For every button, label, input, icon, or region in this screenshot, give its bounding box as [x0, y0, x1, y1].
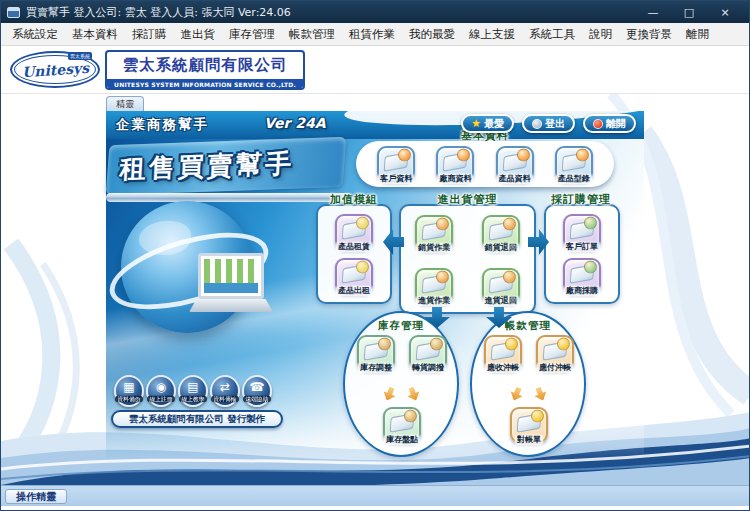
menu-rental-ops[interactable]: 租賃作業 [342, 27, 402, 42]
vendor-data-button[interactable]: 廠商資料 [436, 146, 474, 182]
transfer-arrows-icon: ⇄ [212, 379, 238, 395]
content-area: 精靈 企業商務幫手 Ver 24A ★ 最愛 登出 [1, 94, 750, 485]
window-title: 買賣幫手 登入公司: 雲太 登入人員: 張大同 Ver:24.06 [26, 5, 291, 20]
group-title-account: 帳款管理 [472, 319, 584, 333]
button-label: 庫存調整 [358, 363, 394, 373]
group-title-order: 採訂購管理 [526, 192, 636, 207]
box-icon [543, 344, 567, 359]
exit-button[interactable]: 離開 [583, 114, 636, 133]
online-register-button[interactable]: ◉ 線上註冊 [146, 375, 176, 407]
product-data-button[interactable]: 產品資料 [496, 146, 534, 182]
inventory-adjust-button[interactable]: 庫存調整 [357, 335, 395, 371]
laptop-chart [204, 259, 258, 293]
star-icon: ★ [471, 119, 481, 129]
status-wizard-label: 操作精靈 [5, 489, 67, 504]
orange-arrow-icon [405, 385, 422, 403]
tab-wizard[interactable]: 精靈 [106, 96, 144, 111]
button-label: 轉貨調撥 [410, 363, 446, 373]
remote-assist-button[interactable]: ☎ 遠端協助 [242, 375, 272, 407]
menu-system-tools[interactable]: 系統工具 [522, 27, 582, 42]
exit-icon [593, 119, 603, 129]
button-label: 產品出租 [336, 286, 372, 296]
box-icon [489, 276, 513, 291]
ap-writeoff-button[interactable]: 應付沖帳 [536, 335, 574, 371]
action-buttons: ★ 最愛 登出 離開 [461, 114, 636, 133]
minimize-button[interactable]: — [635, 1, 671, 23]
online-tutorial-button[interactable]: ▤ 線上教學 [178, 375, 208, 407]
group-addon: 產品租賃 產品出租 [316, 204, 392, 304]
menu-inventory[interactable]: 庫存管理 [222, 27, 282, 42]
button-label: 客戶資料 [378, 174, 414, 184]
menu-exit[interactable]: 離開 [679, 27, 716, 42]
customer-order-button[interactable]: 客戶訂單 [563, 214, 601, 250]
box-icon [517, 416, 541, 431]
goods-transfer-button[interactable]: 轉貨調撥 [409, 335, 447, 371]
backup-icon: ▦ [116, 379, 142, 395]
menu-online-support[interactable]: 線上支援 [462, 27, 522, 42]
box-icon [416, 344, 440, 359]
logo-badge: 雲太系統 [68, 52, 92, 60]
button-label: 銷貨退回 [483, 243, 519, 253]
app-icon [7, 7, 20, 18]
company-name-en: UNITESYS SYSTEM INFORMATION SERVICE CO.,… [107, 79, 303, 90]
button-label: 進貨退回 [483, 296, 519, 306]
product-catalog-button[interactable]: 產品型錄 [555, 146, 593, 182]
backup-button[interactable]: ▦ 資料備份 [114, 375, 144, 407]
phone-icon: ☎ [244, 379, 270, 395]
product-lease-button[interactable]: 產品出租 [335, 258, 373, 294]
box-icon [443, 155, 467, 170]
menu-change-background[interactable]: 更換背景 [619, 27, 679, 42]
button-label: 產品租賃 [336, 242, 372, 252]
menu-basic-data[interactable]: 基本資料 [65, 27, 125, 42]
group-inout: 銷貨作業 銷貨退回 進貨作業 進貨退回 [399, 204, 536, 314]
publisher-badge: 雲太系統顧問有限公司 發行製作 [111, 410, 283, 428]
button-label: 銷貨作業 [416, 243, 452, 253]
orange-arrow-icon [532, 385, 549, 403]
ar-writeoff-button[interactable]: 應收沖帳 [484, 335, 522, 371]
stocktake-button[interactable]: 庫存盤點 [383, 407, 421, 443]
purchase-return-button[interactable]: 進貨退回 [482, 268, 520, 304]
button-label: 廠商資料 [437, 174, 473, 184]
panel-header-title: 企業商務幫手 [116, 116, 209, 134]
statusbar: 操作精靈 [1, 485, 749, 506]
box-icon [562, 155, 586, 170]
vendor-procurement-button[interactable]: 廠商採購 [563, 258, 601, 294]
button-label: 應收沖帳 [485, 363, 521, 373]
sales-return-button[interactable]: 銷貨退回 [482, 215, 520, 251]
quick-label: 線上教學 [179, 396, 207, 403]
company-name-box: 雲太系統顧問有限公司 UNITESYS SYSTEM INFORMATION S… [105, 50, 305, 90]
statement-button[interactable]: 對帳單 [510, 407, 548, 443]
quick-label: 線上註冊 [147, 396, 175, 403]
menu-help[interactable]: 說明 [582, 27, 619, 42]
menu-favorites[interactable]: 我的最愛 [402, 27, 462, 42]
quick-icon-row: ▦ 資料備份 ◉ 線上註冊 ▤ 線上教學 ⇄ 資料傳輸 ☎ 遠端協助 [114, 375, 272, 407]
maximize-button[interactable]: □ [671, 1, 707, 23]
menu-procurement[interactable]: 採訂購 [125, 27, 174, 42]
data-transfer-button[interactable]: ⇄ 資料傳輸 [210, 375, 240, 407]
menu-system-settings[interactable]: 系統設定 [5, 27, 65, 42]
unitesys-logo: Unitesys 雲太系統 [10, 51, 100, 88]
quick-label: 遠端協助 [243, 396, 271, 403]
panel-header-version: Ver 24A [264, 115, 326, 131]
button-label: 廠商採購 [564, 286, 600, 296]
favorites-button[interactable]: ★ 最愛 [461, 114, 514, 133]
menu-in-out-goods[interactable]: 進出貨 [174, 27, 223, 42]
group-account: 帳款管理 應收沖帳 應付沖帳 對帳單 [470, 311, 586, 457]
quick-label: 資料傳輸 [211, 396, 239, 403]
company-name-zh: 雲太系統顧問有限公司 [107, 52, 303, 79]
logout-button[interactable]: 登出 [522, 114, 575, 133]
box-icon [570, 223, 594, 238]
customer-data-button[interactable]: 客戶資料 [377, 146, 415, 182]
box-icon [342, 223, 366, 238]
button-label: 對帳單 [515, 435, 543, 445]
logo-script-text: Unitesys [21, 59, 89, 80]
menu-accounts[interactable]: 帳款管理 [282, 27, 342, 42]
exit-label: 離開 [606, 117, 626, 131]
sales-button[interactable]: 銷貨作業 [415, 215, 453, 251]
box-icon [422, 276, 446, 291]
box-icon [390, 416, 414, 431]
product-rental-button[interactable]: 產品租賃 [335, 214, 373, 250]
laptop-screen [198, 253, 264, 299]
purchase-button[interactable]: 進貨作業 [415, 268, 453, 304]
close-button[interactable]: × [707, 1, 743, 23]
